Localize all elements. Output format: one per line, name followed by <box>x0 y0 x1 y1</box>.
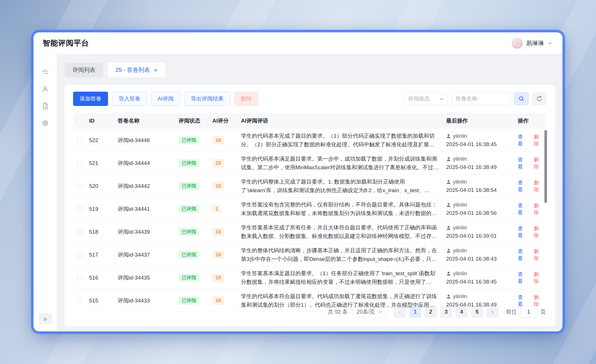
ai-comment: 学生答案基本完成了所有任务，并且大体符合题目要求。代码使用了正确的库和函数来载入… <box>238 223 443 240</box>
status-badge: 已评阅 <box>179 159 199 167</box>
search-button[interactable] <box>514 93 529 105</box>
sidebar-item-papers[interactable] <box>39 99 52 113</box>
table-header: ID 答卷名称 评阅状态 AI评分 AI评阅评语 最后操作 操作 <box>73 113 546 129</box>
row-id: 516 <box>86 275 115 281</box>
person-icon <box>446 202 451 207</box>
user-icon <box>42 85 49 93</box>
view-link[interactable]: 查看 <box>518 248 528 262</box>
ai-review-button[interactable]: AI评阅 <box>151 92 180 106</box>
table-row: 521 评阅id-34444 已评阅 15 学生的代码基本满足题目要求。第一步中… <box>73 152 546 175</box>
answers-table: ID 答卷名称 评阅状态 AI评分 AI评阅评语 最后操作 操作 522 评阅i… <box>73 113 546 302</box>
delete-link[interactable]: 删除 <box>534 271 544 285</box>
score-badge: 18 <box>212 136 224 144</box>
score-badge: 18 <box>212 296 224 305</box>
last-operation: yilinlin 2025-04-01 16:38:56 <box>443 202 515 216</box>
view-link[interactable]: 查看 <box>518 156 528 170</box>
status-badge: 已评阅 <box>179 205 199 213</box>
sidebar-expand-button[interactable]: » <box>38 313 52 324</box>
document-check-icon <box>42 102 49 110</box>
avatar[interactable] <box>512 38 523 49</box>
delete-button[interactable]: 删除 <box>234 92 258 106</box>
row-checkbox[interactable] <box>77 275 82 280</box>
row-checkbox[interactable] <box>77 206 82 212</box>
delete-link[interactable]: 删除 <box>534 248 544 262</box>
app-window: 智能评阅平台 易琳琳 » 评阅列表 <box>34 32 562 331</box>
operator-name: yilinlin <box>453 225 467 231</box>
add-answer-button[interactable]: 添加答卷 <box>73 92 108 106</box>
table-row: 515 评阅id-34433 已评阅 18 学生的代码基本符合题目要求。代码成功… <box>73 289 546 312</box>
tab-review-list[interactable]: 评阅列表 <box>64 63 103 77</box>
last-operation: yilinlin 2025-04-01 16:38:45 <box>443 271 515 285</box>
operator-name: yilinlin <box>453 271 467 277</box>
table-row: 517 评阅id-34437 已评阅 18 学生的整体代码结构清晰，步骤基本正确… <box>73 243 546 266</box>
row-checkbox[interactable] <box>77 184 82 189</box>
status-badge: 已评阅 <box>179 136 199 144</box>
row-name: 评阅id-34435 <box>115 274 176 282</box>
row-name: 评阅id-34446 <box>115 137 176 144</box>
close-icon[interactable]: × <box>154 67 157 73</box>
score-badge: 1 <box>212 205 221 213</box>
ai-comment: 学生的代码整体上完成了题目要求。1. 数据集的加载和划分正确使用了'sklear… <box>238 178 443 194</box>
person-icon <box>446 157 451 162</box>
ai-comment: 学生的整体代码结构清晰，步骤基本正确，并且适用了正确的库和方法。然而，在第3步中… <box>238 246 443 263</box>
delete-link[interactable]: 删除 <box>534 133 544 147</box>
sidebar-item-users[interactable] <box>39 82 52 95</box>
import-answer-button[interactable]: 导入答卷 <box>112 92 147 106</box>
operation-time: 2025-04-01 16:39:01 <box>446 233 512 239</box>
tab-label: 评阅列表 <box>72 66 95 74</box>
status-badge: 已评阅 <box>179 296 199 305</box>
row-checkbox[interactable] <box>77 229 82 235</box>
search-icon <box>518 95 525 102</box>
vertical-scrollbar[interactable] <box>544 130 547 203</box>
sidebar-item-settings[interactable] <box>39 117 52 130</box>
column-header-id: ID <box>86 118 115 124</box>
refresh-button[interactable] <box>532 93 546 105</box>
delete-link[interactable]: 删除 <box>534 156 544 170</box>
table-row: 516 评阅id-34435 已评阅 18 学生答案基本满足题目的要求。（1）任… <box>73 266 546 289</box>
row-checkbox[interactable] <box>77 161 82 166</box>
delete-link[interactable]: 删除 <box>534 225 544 239</box>
delete-link[interactable]: 删除 <box>534 179 544 193</box>
row-checkbox[interactable] <box>77 298 82 303</box>
app-title: 智能评阅平台 <box>43 38 89 48</box>
operator-name: yilinlin <box>453 202 467 208</box>
row-checkbox[interactable] <box>77 252 82 257</box>
table-row: 518 评阅id-34439 已评阅 18 学生答案基本完成了所有任务，并且大体… <box>73 221 546 243</box>
sidebar-item-review-list[interactable] <box>39 65 52 78</box>
view-link[interactable]: 查看 <box>518 225 528 239</box>
operation-time: 2025-04-01 16:38:45 <box>446 141 512 147</box>
operator-name: yilinlin <box>453 133 467 139</box>
select-placeholder: 评阅状态 <box>408 95 439 103</box>
view-link[interactable]: 查看 <box>518 179 528 193</box>
table-row: 522 评阅id-34446 已评阅 18 学生的代码基本完成了题目的要求。（1… <box>73 129 546 152</box>
view-link[interactable]: 查看 <box>518 133 528 147</box>
last-operation: yilinlin 2025-04-01 16:38:49 <box>443 294 515 308</box>
tab-answer-list[interactable]: 25 - 答卷列表 × <box>107 63 165 77</box>
row-id: 522 <box>86 137 115 143</box>
view-link[interactable]: 查看 <box>518 294 528 308</box>
operator-name: yilinlin <box>453 294 467 300</box>
delete-link[interactable]: 删除 <box>534 294 544 308</box>
operator-name: yilinlin <box>453 156 467 162</box>
delete-link[interactable]: 删除 <box>534 202 544 216</box>
person-icon <box>446 271 451 276</box>
row-id: 517 <box>86 252 115 258</box>
view-link[interactable]: 查看 <box>518 202 528 216</box>
gear-icon <box>42 119 49 127</box>
export-results-button[interactable]: 导出评阅结果 <box>184 92 230 106</box>
user-menu[interactable]: 易琳琳 <box>512 38 553 49</box>
review-status-select[interactable]: 评阅状态 <box>404 93 448 105</box>
operation-time: 2025-04-01 16:38:56 <box>446 210 512 216</box>
last-operation: yilinlin 2025-04-01 16:39:01 <box>443 225 515 239</box>
row-id: 521 <box>86 160 115 166</box>
answer-name-input[interactable] <box>451 93 511 105</box>
row-name: 评阅id-34444 <box>115 160 176 167</box>
operation-time: 2025-04-01 16:38:54 <box>446 187 512 193</box>
view-link[interactable]: 查看 <box>518 271 528 285</box>
operation-time: 2025-04-01 16:38:49 <box>446 302 512 308</box>
column-header-name: 答卷名称 <box>115 117 176 125</box>
table-body: 522 评阅id-34446 已评阅 18 学生的代码基本完成了题目的要求。（1… <box>73 129 546 312</box>
select-all-checkbox[interactable] <box>77 118 82 123</box>
toolbar: 添加答卷 导入答卷 AI评阅 导出评阅结果 删除 评阅状态 <box>73 92 546 106</box>
row-checkbox[interactable] <box>77 138 82 143</box>
